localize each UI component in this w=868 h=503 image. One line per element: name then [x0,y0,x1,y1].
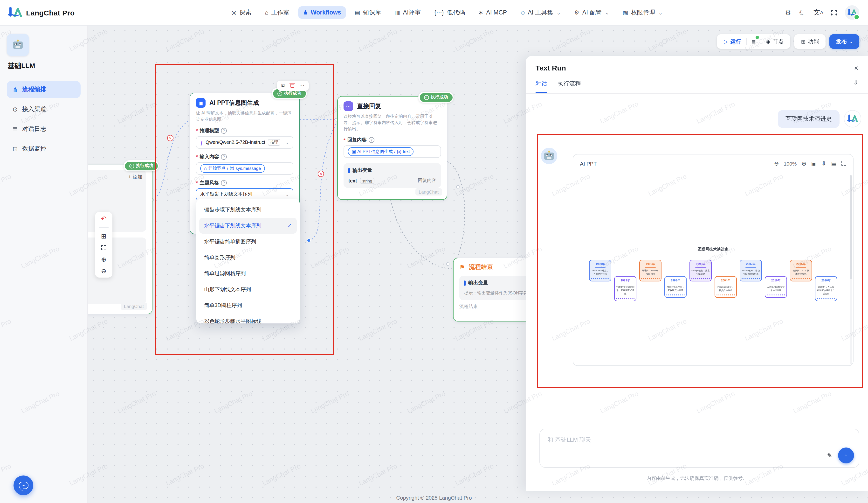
input-content-box[interactable]: ⌂ 开始节点 / {x} sys.message [196,162,293,175]
download-icon[interactable]: ⇩ [822,161,826,166]
user-message-row: 互联网技术演进史 [778,110,861,128]
sidebar-menu-item[interactable]: ⊙ 接入渠道 [7,101,81,118]
clear-brush-icon[interactable]: ✎ [827,452,832,459]
settings-gear-icon[interactable]: ⚙ [785,9,791,17]
chat-input[interactable] [540,429,859,467]
nav-menu-item[interactable]: ⚙ AI 配置 ⌄ [569,6,614,20]
brand-logo[interactable]: LangChat Pro [0,7,109,18]
fit-view-icon[interactable] [101,245,106,251]
language-translate-icon[interactable]: 文A [814,8,823,17]
zoom-in-icon[interactable]: ⊕ [101,256,106,263]
reply-content-box[interactable]: ▣ AI PPT信息图生成 / {x} text [343,145,441,158]
canvas-toolbar: ↶ ⊞ ⊕ ⊖ [95,212,112,278]
help-icon[interactable]: ? [369,137,374,143]
dropdown-option[interactable]: 简单过滤网格序列 [199,266,297,281]
sidebar-menu-item[interactable]: ≣ 对话日志 [7,121,81,137]
timeline-dots [742,278,760,279]
timeline-card: 1998年 Google成立，搜索引擎崛起 [690,260,712,282]
publish-button[interactable]: 发布 ⌄ [830,34,859,49]
chat-input-box: ✎ ↑ [539,429,859,468]
nav-menu-item[interactable]: {⋯} 低代码 [430,6,470,20]
option-label: 简单3D圆柱序列 [204,302,242,309]
checklist-button[interactable]: ≣ [747,34,761,49]
help-icon[interactable]: ? [221,154,227,160]
node-title: 流程结束 [469,263,493,271]
timeline-year: 1990年 [641,262,660,266]
chat-node-icon: ⋯ [343,101,353,111]
option-label: 山形下划线文本序列 [204,286,251,293]
zoom-in-icon[interactable]: ⊕ [802,161,806,166]
preview-scrollbar[interactable] [850,175,852,364]
user-message-bubble: 互联网技术演进史 [778,110,839,128]
timeline-year: 1983年 [616,278,634,283]
user-avatar[interactable] [845,5,859,20]
output-var-name: text [348,178,357,184]
variable-ref-tag[interactable]: ▣ AI PPT信息图生成 / {x} text [348,147,414,156]
year-underline [771,284,781,284]
panel-tab[interactable]: 执行流程 [558,80,581,93]
svg-text:×: × [169,136,172,141]
dropdown-option[interactable]: 水平锯齿下划线文本序列 ✓ [199,218,297,234]
nav-menu-item[interactable]: ◇ AI 工具集 ⌄ [516,6,566,20]
node-brand-tag: LangChat [121,303,147,310]
nav-menu-item[interactable]: ▤ 知识库 [350,6,386,20]
nav-item-label: AI评审 [403,9,421,17]
nav-menu-item[interactable]: ◎ 探索 [227,6,256,20]
arrow-up-icon: ↑ [844,452,848,459]
features-button[interactable]: ⊞ 功能 [796,34,824,49]
timeline-text: 物联网（IoT）技术逐渐成熟 [792,269,810,276]
dropdown-option[interactable]: 水平锯齿简单插图序列 [199,234,297,249]
copy-node-icon[interactable]: ⧉ [281,83,285,89]
dropdown-option[interactable]: 简单3D圆柱序列 [199,297,297,313]
download-icon[interactable]: ⇩ [853,79,858,86]
nav-menu-item[interactable]: ⌂ 工作室 [260,6,294,20]
send-button[interactable]: ↑ [838,448,854,463]
nodes-button[interactable]: ◈ 节点 [761,34,789,49]
brand-name: LangChat Pro [26,9,75,17]
support-chat-button[interactable]: ⋯ [13,475,33,495]
panel-tab[interactable]: 对话 [536,80,547,93]
help-icon[interactable]: ? [221,128,227,133]
direct-reply-node[interactable]: ✓执行成功 ⋯ 直接回复 该模块可以直接回复一段指定的内容。常用于引导、提示。非… [337,96,447,200]
add-note-icon[interactable]: ⊞ [101,233,106,239]
nav-item-icon: ◎ [231,9,236,16]
infographic-preview[interactable]: 互联网技术演进史 1969年 ARPANET建立，互联网的雏形 1983年 [573,173,853,366]
sidebar-item-icon: ⊡ [12,145,18,153]
dropdown-option[interactable]: 彩色蛇形步骤水平图标线 [199,313,297,324]
nav-item-label: 权限管理 [631,9,655,17]
app-window: LangChat Pro ◎ 探索 ⌂ 工作室 ⋔ Workflows [0,0,868,503]
variable-ref-tag[interactable]: ⌂ 开始节点 / {x} sys.message [200,164,265,173]
sidebar-menu-item[interactable]: ⊡ 数据监控 [7,141,81,157]
nav-menu-item[interactable]: ⋔ Workflows [298,6,346,19]
timeline: 1969年 ARPANET建立，互联网的雏形 1983年 TCP/IP协议成为标… [573,260,853,301]
delete-node-icon[interactable] [290,83,294,89]
zoom-out-icon[interactable]: ⊖ [774,161,779,166]
add-variable-button[interactable]: 添加 [128,174,142,181]
sidebar-item-icon: ≣ [12,125,18,133]
dropdown-option[interactable]: 锯齿步骤下划线文本序列 [199,202,297,218]
fullscreen-icon[interactable] [831,10,837,15]
nav-menu-item[interactable]: ∗ AI MCP [474,6,512,19]
fullscreen-icon[interactable] [841,161,846,166]
more-options-icon[interactable]: ⋯ [299,83,304,89]
run-button[interactable]: ▷ 运行 [719,34,746,49]
nav-menu-item[interactable]: ▥ AI评审 [390,6,425,20]
dropdown-option[interactable]: 山形下划线文本序列 [199,281,297,297]
help-icon[interactable]: ? [221,180,227,186]
zoom-out-icon[interactable]: ⊖ [101,268,106,274]
document-icon[interactable]: ▤ [831,161,837,166]
export-image-icon[interactable]: ▣ [811,161,817,166]
model-select[interactable]: ƒ Qwen/Qwen2.5-72B-Instruct 推理 ⌄ [196,136,293,148]
notification-dot [756,36,759,39]
check-icon: ✓ [288,223,292,229]
timeline-year: 2020年 [817,278,835,283]
langchat-logo-icon [8,7,22,18]
dropdown-option[interactable]: 简单圆形序列 [199,249,297,266]
sidebar-menu-item[interactable]: ⋔ 流程编排 [7,81,81,98]
field-label: 推理模型 [200,127,219,134]
timeline-card: 2010年 云计算和大数据技术快速发展 [765,276,787,298]
close-icon[interactable]: × [854,64,858,72]
dark-mode-moon-icon[interactable]: ☾ [798,8,806,17]
undo-icon[interactable]: ↶ [101,215,106,222]
nav-menu-item[interactable]: ▧ 权限管理 ⌄ [618,6,667,20]
